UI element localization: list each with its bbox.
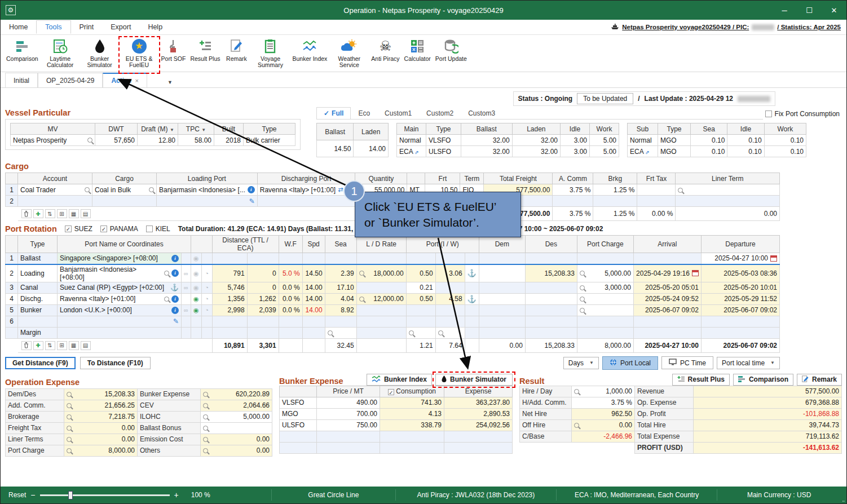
search-icon[interactable]	[409, 330, 414, 335]
port-i-field[interactable]: 0.50	[406, 293, 435, 304]
insert-row-button[interactable]: ⊞	[57, 341, 67, 350]
discharging-port-field[interactable]: Ravenna <Italy> [+01:00]⇄i	[257, 184, 355, 196]
tpc-field[interactable]: 58.00	[178, 135, 214, 146]
arrival-field[interactable]: 2025-04-29 19:16	[633, 264, 701, 282]
info-icon[interactable]: i	[171, 307, 179, 314]
chain-icon[interactable]: ∞	[184, 307, 188, 313]
info-icon[interactable]: i	[248, 186, 255, 193]
account-field[interactable]: Coal Trader	[18, 184, 92, 196]
leg-type[interactable]: Dischg.	[18, 293, 58, 304]
consumption-tab-full[interactable]: ✓Full	[316, 107, 351, 119]
ballast-bonus-field[interactable]	[201, 422, 272, 434]
merge-down-button[interactable]: ▤	[81, 341, 91, 350]
bunker-index-ribbon-button[interactable]: Bunker Index	[290, 37, 329, 63]
bunker-index-button[interactable]: Bunker Index	[367, 374, 432, 386]
margin-sea-field[interactable]	[325, 327, 356, 338]
draft-field[interactable]: 12.80	[138, 135, 178, 146]
search-icon[interactable]	[149, 187, 154, 192]
info-icon[interactable]: i	[171, 269, 179, 277]
mv-field[interactable]: Netpas Prosperity	[11, 135, 95, 146]
split-rows-button[interactable]: ⇅	[45, 341, 55, 350]
dem-field[interactable]	[479, 264, 525, 282]
merge-up-button[interactable]: ▦	[69, 341, 79, 350]
arrival-field[interactable]: 2025-06-07 09:02	[633, 304, 701, 316]
ld-rate-field[interactable]: 18,000.00	[356, 264, 406, 282]
frt-tax-field[interactable]	[637, 184, 676, 196]
port-sof-button[interactable]: Port SOF	[159, 37, 188, 63]
pc-time-button[interactable]: PC Time	[661, 356, 713, 369]
anchor-icon[interactable]: ⚓	[170, 284, 179, 291]
reset-button[interactable]: Reset	[8, 491, 26, 499]
menu-help[interactable]: Help	[139, 21, 171, 33]
search-icon[interactable]	[359, 297, 364, 302]
port-field[interactable]: London <U.K.> [+00:00]i	[58, 304, 182, 316]
consumption-tab-custom2[interactable]: Custom2	[419, 107, 461, 119]
off-hire-field[interactable]: 0.00	[572, 419, 635, 431]
port-field[interactable]: ✎	[58, 316, 182, 327]
calendar-icon[interactable]	[770, 255, 777, 262]
port-update-button[interactable]: Port Update	[433, 37, 469, 63]
fix-port-consumption-checkbox[interactable]: Fix Port Consumption	[763, 110, 842, 120]
spd-field[interactable]: 14.00	[302, 282, 325, 293]
panama-checkbox[interactable]: ✓PANAMA	[100, 225, 138, 233]
margin-port-i-field[interactable]	[406, 327, 435, 338]
delete-row-button[interactable]	[21, 341, 32, 350]
departure-field[interactable]: 2025-06-07 09:02	[701, 304, 779, 316]
leg-type[interactable]: Loading	[18, 264, 58, 282]
search-icon[interactable]	[203, 414, 208, 419]
search-icon[interactable]	[328, 330, 333, 335]
search-icon[interactable]	[67, 437, 72, 442]
port-i-field[interactable]: 0.50	[406, 264, 435, 282]
a-comm-field[interactable]: 3.75 %	[553, 184, 593, 196]
port-field[interactable]: Suez Canal (RP) <Egypt> [+02:00]⚓	[58, 282, 182, 293]
pencil-icon[interactable]: ✎	[249, 197, 255, 205]
port-field[interactable]: Ravenna <Italy> [+01:00]i	[58, 293, 182, 304]
vessel-type-field[interactable]: Bulk carrier	[244, 135, 295, 146]
add-comm-field[interactable]: 21,656.25	[64, 400, 138, 411]
tab-close-icon[interactable]: ×	[135, 77, 138, 84]
tab-list-dropdown[interactable]: ▼	[163, 77, 177, 87]
port-w-field[interactable]: 4.58	[435, 293, 465, 304]
consumption-tab-eco[interactable]: Eco	[351, 107, 377, 119]
dem-field[interactable]	[479, 304, 525, 316]
tab-active[interactable]: Active×	[103, 73, 147, 87]
search-icon[interactable]	[67, 448, 72, 453]
h-add-comm-field[interactable]: 3.75 %	[572, 397, 635, 408]
search-icon[interactable]	[67, 403, 72, 408]
wf-field[interactable]: 5.0 %	[279, 264, 302, 282]
liner-terms-field[interactable]: 0.00	[64, 434, 138, 445]
liner-term-field[interactable]	[676, 184, 780, 196]
vlsfo-price-field[interactable]: 490.00	[317, 397, 380, 408]
dem-field[interactable]	[479, 293, 525, 304]
search-icon[interactable]	[574, 389, 579, 394]
port-w-field[interactable]	[435, 304, 465, 316]
search-icon[interactable]	[438, 330, 443, 335]
maximize-button[interactable]: ☐	[797, 1, 822, 20]
menu-home[interactable]: Home	[1, 21, 36, 33]
bunker-expense-field[interactable]: 620,220.89	[201, 388, 272, 400]
dem-field[interactable]	[479, 282, 525, 293]
port-w-field[interactable]	[435, 282, 465, 293]
port-i-field[interactable]: 0.21	[406, 282, 435, 293]
ld-rate-field[interactable]: 12,000.00	[356, 293, 406, 304]
resize-grip[interactable]	[841, 487, 846, 503]
port-field[interactable]: Singapore <Singapore> [+08:00]i	[58, 253, 182, 264]
minimize-button[interactable]: ─	[772, 1, 797, 20]
kiel-checkbox[interactable]: KIEL	[146, 225, 170, 233]
search-icon[interactable]	[203, 448, 208, 453]
add-row-button[interactable]: ✚	[33, 341, 43, 350]
anchor-icon[interactable]: ⚓	[467, 295, 477, 303]
merge-down-button[interactable]: ▤	[81, 209, 91, 218]
gauge-icon[interactable]: ◔	[205, 295, 209, 302]
search-icon[interactable]	[203, 437, 208, 442]
search-icon[interactable]	[203, 392, 208, 397]
pin-icon[interactable]: ◉	[193, 295, 199, 302]
search-icon[interactable]	[678, 188, 683, 193]
to-be-updated-button[interactable]: To be Updated	[577, 93, 633, 104]
spd-field[interactable]: 14.50	[302, 264, 325, 282]
pin-icon[interactable]: ◉	[193, 284, 199, 291]
speed-laden-field[interactable]: 14.00	[354, 140, 389, 157]
quantity-unit[interactable]: MT	[407, 184, 425, 196]
arrival-field[interactable]: 2025-05-20 05:01	[633, 282, 701, 293]
main-eca-label[interactable]: ECA ⇗	[397, 146, 426, 157]
